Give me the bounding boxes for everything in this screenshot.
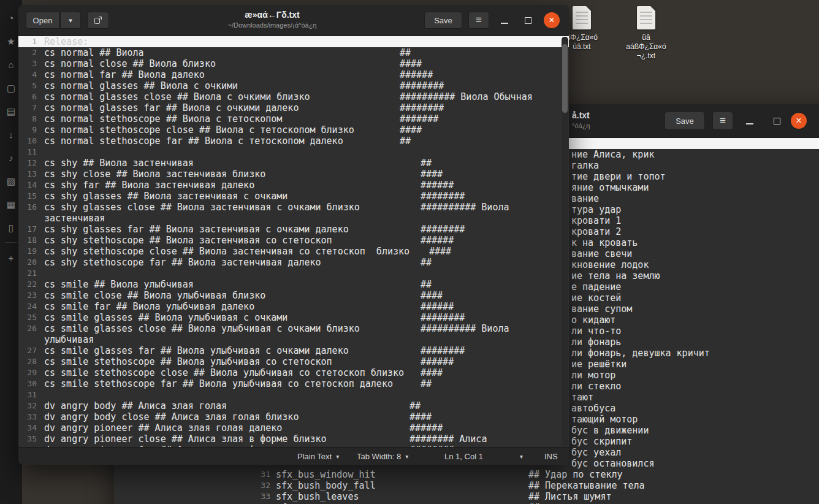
line-text xyxy=(42,268,569,279)
line-text: cs smile glasses close ## Виола улыбчива… xyxy=(42,323,569,334)
line-text: dv angry pioneer ## Алиса злая голая дал… xyxy=(42,422,569,433)
editor-line[interactable]: 12cs shy ## Виола застенчивая## xyxy=(18,158,569,169)
editor-rows[interactable]: 1Release:2cs normal ## Виола##3cs normal… xyxy=(18,36,569,448)
editor-line[interactable]: 35dv angry pioneer close ## Алиса злая в… xyxy=(18,433,569,445)
editor-line[interactable]: 23cs smile close ## Виола улыбчивая близ… xyxy=(18,290,569,301)
line-text: автобуса xyxy=(571,403,615,414)
maximize-button[interactable] xyxy=(519,11,537,29)
editor-line[interactable]: 33dv angry body close ## Алиса злая гола… xyxy=(18,411,569,422)
open-dropdown-button[interactable]: ▾ xyxy=(60,12,81,29)
desktop-icons: ßΦ¿Σα«óüâ.txtüâaáßΦ¿Σα«ó¬¿.txt xyxy=(555,6,676,61)
editor-line[interactable]: 4cs normal far ## Виола далеко###### xyxy=(18,69,569,80)
editor-line[interactable]: 31sfx_bus_window_hit## Удар по стеклу xyxy=(114,469,819,480)
language-selector[interactable]: Plain Text ▾ xyxy=(297,448,339,465)
line-text-content: cs normal far ## Виола далеко xyxy=(44,69,205,80)
line-text-content: dv angry pioneer close ## Алиса злая в ф… xyxy=(44,433,327,445)
editor-line[interactable]: 6cs normal glasses close ## Виола с очки… xyxy=(18,91,569,102)
editor-line[interactable]: 15cs shy glasses ## Виола застенчивая с … xyxy=(18,191,569,202)
editor-line[interactable]: 26cs smile glasses close ## Виола улыбчи… xyxy=(18,323,569,334)
editor-line[interactable]: 21 xyxy=(18,268,569,279)
editor-line[interactable]: 17cs shy glasses far ## Виола застенчива… xyxy=(18,224,569,235)
line-text: cs normal stethoscope ## Виола с тетоско… xyxy=(42,113,569,124)
editor-line[interactable]: 11 xyxy=(18,147,569,158)
line-number: 4 xyxy=(18,69,42,80)
minimize-button[interactable] xyxy=(741,112,759,130)
editor-line[interactable]: 8cs normal stethoscope ## Виола с тетоск… xyxy=(18,113,569,124)
line-marker: ######## Алиса xyxy=(410,433,487,445)
editor-line[interactable]: 25cs smile glasses ## Виола улыбчивая с … xyxy=(18,312,569,323)
line-text-content: cs smile ## Виола улыбчивая xyxy=(44,279,194,290)
line-text-content: cs smile glasses ## Виола улыбчивая с оч… xyxy=(44,312,288,323)
line-number: 12 xyxy=(18,158,42,169)
line-marker: ###### xyxy=(421,180,454,191)
save-button[interactable]: Save xyxy=(665,112,705,130)
line-number: 9 xyxy=(18,124,42,136)
scrollbar-thumb[interactable] xyxy=(562,44,568,113)
editor-line[interactable]: 33sfx_bush_leaves## Листья шумят xyxy=(114,491,819,502)
line-number: 34 xyxy=(18,422,42,433)
editor-line[interactable]: 29cs smile stethoscope close ## Виола ул… xyxy=(18,367,569,378)
line-text: cs smile close ## Виола улыбчивая близко… xyxy=(42,290,569,301)
line-number: 31 xyxy=(18,389,42,400)
editor-line[interactable]: 18cs shy stethoscope ## Виола застенчива… xyxy=(18,235,569,246)
editor-line[interactable]: 16cs shy glasses close ## Виола застенчи… xyxy=(18,202,569,213)
menu-button[interactable]: ≡ xyxy=(468,12,489,29)
line-number: 7 xyxy=(18,102,42,113)
line-number: 2 xyxy=(18,47,42,58)
close-button[interactable]: × xyxy=(544,12,560,28)
editor-line[interactable]: 30cs smile stethoscope far ## Виола улыб… xyxy=(18,378,569,389)
line-text-content: cs normal ## Виола xyxy=(44,47,144,58)
line-number: 8 xyxy=(18,113,42,124)
goto-line-dropdown[interactable]: ▾ xyxy=(520,448,523,465)
editor-line[interactable]: 10cs normal stethoscope far ## Виола с т… xyxy=(18,136,569,147)
editor-line[interactable]: 14cs shy far ## Виола застенчивая далеко… xyxy=(18,180,569,191)
editor-line[interactable]: 34dv angry pioneer ## Алиса злая голая д… xyxy=(18,422,569,433)
editor-line[interactable]: 32dv angry body ## Алиса злая голая## xyxy=(18,400,569,411)
file-label: üâaáßΦ¿Σα«ó¬¿.txt xyxy=(626,33,666,61)
editor-line[interactable]: 27cs smile glasses far ## Виола улыбчива… xyxy=(18,345,569,356)
editor-line[interactable]: 20cs shy stethoscope far ## Виола застен… xyxy=(18,257,569,268)
line-text: dv angry body ## Алиса злая голая## xyxy=(42,400,569,411)
tab-width-label: Tab Width: 8 xyxy=(357,452,401,461)
editor-line[interactable]: 28cs smile stethoscope ## Виола улыбчива… xyxy=(18,356,569,367)
editor-line[interactable]: 3cs normal close ## Виола близко#### xyxy=(18,58,569,69)
line-number: 35 xyxy=(18,433,42,445)
insert-mode-indicator[interactable]: INS xyxy=(544,448,558,465)
editor-line[interactable]: 31 xyxy=(18,389,569,400)
desktop-file[interactable]: üâaáßΦ¿Σα«ó¬¿.txt xyxy=(616,6,676,61)
minimize-button[interactable] xyxy=(495,11,514,29)
titlebar[interactable]: Open ▾ æ»αά←Γδ.txt ~/Downloads/images/¡ά… xyxy=(18,5,569,36)
editor-line[interactable]: 1Release: xyxy=(18,36,569,47)
line-text: бус уехал xyxy=(571,447,621,458)
save-button[interactable]: Save xyxy=(424,12,462,29)
close-button[interactable]: × xyxy=(791,113,807,129)
new-document-button[interactable] xyxy=(87,12,109,29)
editor-line[interactable]: 22cs smile ## Виола улыбчивая## xyxy=(18,279,569,290)
editor-line[interactable]: 32sfx_bush_body_fall## Перекатывание тел… xyxy=(114,480,819,491)
editor-line[interactable]: 5cs normal glasses ## Виола с очкими####… xyxy=(18,80,569,91)
line-text-content: cs shy stethoscope close ## Виола застен… xyxy=(44,246,410,257)
editor-line[interactable]: 9cs normal stethoscope close ## Виола с … xyxy=(18,124,569,136)
maximize-button[interactable] xyxy=(768,112,786,130)
line-text: застенчивая xyxy=(42,213,569,224)
editor-line[interactable]: застенчивая xyxy=(18,213,569,224)
tab-width-selector[interactable]: Tab Width: 8 ▾ xyxy=(357,448,408,465)
editor-line[interactable]: 2cs normal ## Виола## xyxy=(18,47,569,58)
line-marker: ######## xyxy=(400,80,444,91)
editor-line[interactable]: улыбчивая xyxy=(18,334,569,345)
line-text-content: Release: xyxy=(44,36,88,47)
cursor-position[interactable]: Ln 1, Col 1 xyxy=(444,448,483,465)
line-number: 25 xyxy=(18,312,42,323)
editor-line[interactable]: 19cs shy stethoscope close ## Виола заст… xyxy=(18,246,569,257)
line-number: 3 xyxy=(18,58,42,69)
menu-button[interactable]: ≡ xyxy=(712,112,733,130)
editor-line[interactable]: 24cs smile far ## Виола улыбчивая далеко… xyxy=(18,301,569,312)
line-marker: ######## xyxy=(400,102,444,113)
editor-line[interactable]: 7cs normal glasses far ## Виола с очкими… xyxy=(18,102,569,113)
editor-line[interactable]: 13cs shy close ## Виола застенчивая близ… xyxy=(18,169,569,180)
open-button[interactable]: Open xyxy=(26,12,59,29)
scrollbar[interactable] xyxy=(562,37,568,446)
line-marker: ## xyxy=(421,378,432,389)
line-text-content: dv angry body ## Алиса злая голая xyxy=(44,400,227,411)
line-text: dv angry pioneer close ## Алиса злая в ф… xyxy=(42,433,569,445)
